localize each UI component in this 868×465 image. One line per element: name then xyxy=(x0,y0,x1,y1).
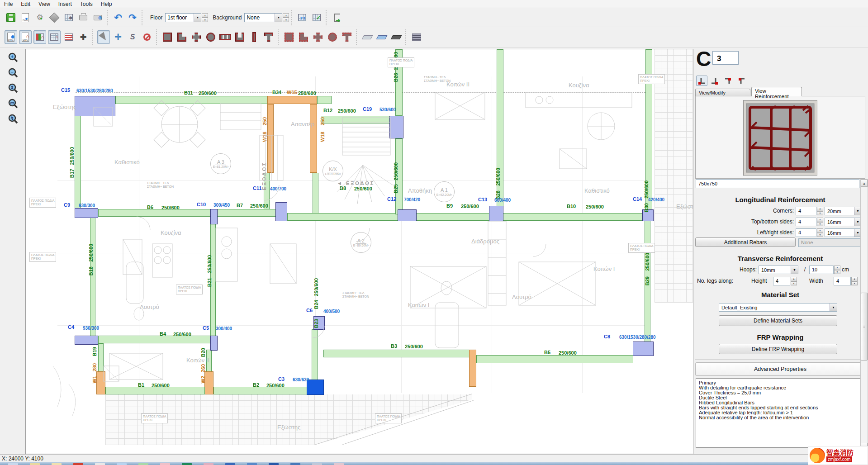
column-element[interactable] xyxy=(398,209,417,221)
dwg-arch-button[interactable]: DWG∩ xyxy=(19,30,32,44)
orientation-icon[interactable] xyxy=(709,76,720,86)
taskbar-icon[interactable] xyxy=(247,463,257,465)
zoom-previous-button[interactable]: ↯ xyxy=(5,112,21,126)
define-material-sets-button[interactable]: Define Material Sets xyxy=(719,315,837,326)
beam-element[interactable] xyxy=(497,49,503,214)
menu-edit[interactable]: Edit xyxy=(17,0,34,8)
background-stepper[interactable]: ▲▼ xyxy=(283,13,289,22)
chevron-down-icon[interactable]: ▼ xyxy=(830,304,837,311)
taskbar-icon[interactable] xyxy=(52,463,62,465)
column-element[interactable] xyxy=(633,342,654,356)
bar-diameter-select[interactable]: 20mm▼ xyxy=(825,207,862,215)
additional-rebars-button[interactable]: Additional Rebars xyxy=(695,237,796,247)
zoom-extents-button[interactable]: ⇕ xyxy=(5,81,21,95)
define-frp-button[interactable]: Define FRP Wrapping xyxy=(719,344,837,354)
material-set-select[interactable]: Default_Existing▼ xyxy=(719,303,837,312)
taskbar-icon[interactable] xyxy=(160,463,170,465)
beam-element[interactable] xyxy=(90,217,95,336)
grid-red-arch-button[interactable]: ∩ xyxy=(62,30,75,44)
column-circle-button[interactable] xyxy=(204,30,217,44)
tab-view-reinforcement[interactable]: View Reinforcement xyxy=(751,87,802,96)
exit-button[interactable]: ➜ xyxy=(331,11,343,24)
taskbar-icon[interactable] xyxy=(30,463,40,465)
cube-3d-button[interactable] xyxy=(48,11,61,24)
rc-L-button[interactable] xyxy=(297,30,310,44)
hoops-diameter-select[interactable]: 10mm▼ xyxy=(759,266,798,274)
beam-element[interactable] xyxy=(98,343,104,372)
rc-square-button[interactable] xyxy=(283,30,295,44)
taskbar-icon[interactable] xyxy=(334,463,344,465)
print-button[interactable] xyxy=(77,11,90,24)
section-size-field[interactable]: 750x750 xyxy=(696,179,859,188)
bar-count-field[interactable]: 4 xyxy=(796,218,816,226)
advanced-properties-button[interactable]: Advanced Properties xyxy=(695,362,865,376)
column-L-button[interactable] xyxy=(175,30,188,44)
beam-element[interactable] xyxy=(213,387,307,394)
zoom-out-button[interactable]: − xyxy=(5,66,21,80)
scroll-up-icon[interactable]: ▲ xyxy=(861,180,868,187)
menu-help[interactable]: Help xyxy=(97,0,116,8)
select-arrow-button[interactable] xyxy=(97,30,110,44)
wall-element[interactable] xyxy=(310,104,317,173)
slab-button[interactable] xyxy=(361,30,374,44)
floor-select[interactable]: 1st floor▼ xyxy=(165,13,201,22)
cross-black-button[interactable]: ✚ xyxy=(77,30,90,44)
orientation-icon[interactable] xyxy=(722,76,734,86)
orientation-icon[interactable] xyxy=(736,76,747,86)
column-element[interactable] xyxy=(389,116,403,138)
column-element[interactable] xyxy=(75,96,115,116)
rc-plus-button[interactable] xyxy=(312,30,324,44)
menu-tools[interactable]: Tools xyxy=(76,0,97,8)
grid-arch-button[interactable]: ∩ xyxy=(48,30,61,44)
hoop-spacing-field[interactable]: 10 xyxy=(809,266,834,274)
wall-element[interactable] xyxy=(96,371,105,394)
wall-element[interactable] xyxy=(267,96,317,104)
column-element[interactable] xyxy=(489,206,503,221)
slab-blue-button[interactable] xyxy=(375,30,388,44)
beam-element[interactable] xyxy=(312,329,318,380)
drawing-canvas[interactable]: C15630/1530/280/280B11250/600B34W15250/6… xyxy=(25,49,693,454)
column-element[interactable] xyxy=(275,202,287,221)
bar-count-stepper[interactable]: ▲▼ xyxy=(817,207,823,215)
export-dwg-button[interactable]: DWG▼ xyxy=(19,11,32,24)
matrix-button[interactable] xyxy=(410,30,423,44)
column-element[interactable] xyxy=(210,336,218,351)
column-plus-button[interactable] xyxy=(190,30,203,44)
grid-color-arch-button[interactable]: ∩ xyxy=(33,30,46,44)
bar-count-stepper[interactable]: ▲▼ xyxy=(817,228,823,237)
taskbar-icon[interactable] xyxy=(182,463,192,465)
dwg-eye-button[interactable]: DWG◉ xyxy=(5,30,17,44)
legs-width-field[interactable]: 4 xyxy=(834,277,851,285)
bar-diameter-select[interactable]: 16mm▼ xyxy=(825,228,862,237)
forbid-button[interactable] xyxy=(141,30,153,44)
taskbar-icon[interactable] xyxy=(138,463,148,465)
floor-stepper[interactable]: ▲▼ xyxy=(202,13,208,22)
slab-dark-button[interactable] xyxy=(390,30,403,44)
hoop-spacing-stepper[interactable]: ▲▼ xyxy=(834,266,840,274)
beam-element[interactable] xyxy=(287,213,645,221)
bar-count-field[interactable]: 4 xyxy=(796,207,816,215)
beam-element[interactable] xyxy=(98,336,211,343)
beam-element[interactable] xyxy=(476,355,633,363)
menu-insert[interactable]: Insert xyxy=(54,0,76,8)
taskbar-icon[interactable] xyxy=(290,463,300,465)
orientation-icon[interactable] xyxy=(696,76,707,86)
selected-column[interactable] xyxy=(307,380,324,395)
chevron-down-icon[interactable]: ▼ xyxy=(275,14,282,22)
beam-element[interactable] xyxy=(323,350,470,357)
column-element[interactable] xyxy=(210,209,218,224)
beam-element[interactable] xyxy=(317,96,332,104)
chevron-down-icon[interactable]: ▼ xyxy=(791,266,798,274)
zoom-in-button[interactable]: + xyxy=(5,51,21,64)
background-select[interactable]: None▼ xyxy=(244,13,282,22)
scrollbar-thumb[interactable]: ≡ xyxy=(861,293,868,361)
taskbar-icon[interactable] xyxy=(204,463,213,465)
zoom-window-button[interactable]: ▭ xyxy=(5,97,21,110)
grid-check-button[interactable]: ✓ xyxy=(310,11,323,24)
rotate-button[interactable]: S xyxy=(126,30,139,44)
grid-numbers-button[interactable]: 1²3 xyxy=(296,11,308,24)
bar-count-field[interactable]: 4 xyxy=(796,228,816,237)
print-preview-button[interactable]: ◎ xyxy=(91,11,104,24)
chevron-down-icon[interactable]: ▼ xyxy=(194,14,201,22)
wall-bar-button[interactable] xyxy=(248,30,261,44)
